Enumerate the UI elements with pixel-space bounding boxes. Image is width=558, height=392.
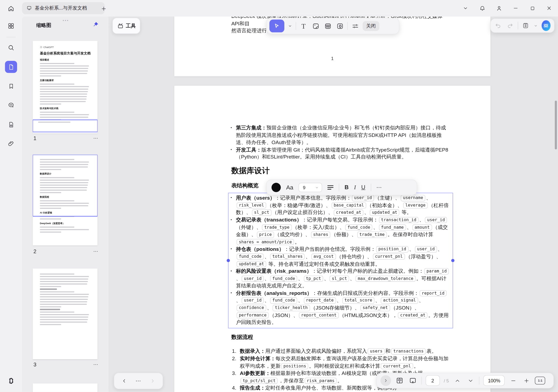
- select-tool-dropdown[interactable]: [287, 21, 293, 31]
- chevron-right-icon[interactable]: [150, 378, 155, 384]
- underline-button[interactable]: U: [361, 184, 365, 191]
- redo-button[interactable]: [506, 21, 514, 30]
- stamp-card-tool-button[interactable]: [335, 21, 345, 31]
- selected-text-block[interactable]: 用户表（users）：记录用户基本信息。字段示例：user_id（主键）、use…: [231, 194, 450, 326]
- thumb1-menu-button[interactable]: ⋯: [93, 135, 99, 141]
- current-page-input[interactable]: 2: [426, 375, 440, 386]
- zoom-out-button[interactable]: [509, 376, 518, 385]
- thumbnail-pager: ⋯: [114, 373, 163, 389]
- pager-more-button[interactable]: ⋯: [136, 378, 141, 384]
- thumbnail-panel: 缩略图 ChatGPT 基金分析系统项目方案与开发文档 项目概述 主要功能要求 …: [22, 16, 109, 392]
- list-item: 交易记录表（transactions）：记录用户每笔交易。字段示例：transa…: [231, 216, 450, 246]
- table-bullet-list: 用户表（users）：记录用户基本信息。字段示例：user_id（主键）、use…: [231, 194, 450, 326]
- toolbar-divider: [518, 22, 518, 29]
- plus-icon: [101, 6, 107, 12]
- thumb-text-lines: [40, 312, 90, 325]
- font-button[interactable]: Aa: [286, 184, 293, 191]
- thumb1-page-number: 1: [33, 135, 36, 141]
- collapse-toolbar-button[interactable]: [462, 5, 469, 11]
- account-button[interactable]: [496, 5, 502, 11]
- list-item: 1.数据录入：用户通过界面输入交易或风险偏好，系统写入users和transac…: [231, 348, 450, 355]
- list-item: 开发工具：版本管理使用 Git；代码风格前端遵循Airbnb或官方TypeScr…: [231, 146, 450, 161]
- thumb3-menu-button[interactable]: ⋯: [93, 361, 99, 367]
- vertical-scrollbar[interactable]: [555, 101, 557, 149]
- thumb2-menu-button[interactable]: ⋯: [93, 248, 99, 254]
- page-thumbnail-3[interactable]: [33, 268, 98, 359]
- sliders-icon: [351, 22, 359, 30]
- page2-content: 第三方集成：预留企业微信（企业微信应用/企业号）和飞书（钉钉类似内部应用）接口，…: [231, 124, 450, 392]
- sidebar-item-comments[interactable]: [5, 99, 17, 111]
- pin-panel-button[interactable]: [92, 21, 99, 29]
- minimize-button[interactable]: [512, 5, 519, 11]
- list-item: 2.实时持仓计算：每次交易后触发脚本，查询该用户该基金历史买卖记录，计算总持仓份…: [231, 355, 450, 370]
- save-button[interactable]: [522, 21, 530, 30]
- document-viewport[interactable]: DeepSeek 模块侧重技术指标计算，OpenAI模块进行基本面文本分析，Gr…: [109, 0, 558, 392]
- toolbar-divider: [421, 377, 422, 385]
- bold-button[interactable]: B: [344, 184, 348, 191]
- sidebar-item-export[interactable]: [5, 118, 17, 130]
- chevron-left-icon[interactable]: [121, 378, 127, 384]
- notifications-button[interactable]: [479, 5, 485, 11]
- zoom-level-input[interactable]: 100%: [484, 375, 505, 386]
- image-tool-button[interactable]: [311, 21, 320, 31]
- adjust-tool-button[interactable]: [351, 21, 360, 31]
- page-icon: [8, 64, 14, 70]
- thumb-text-lines: [40, 84, 90, 105]
- close-toolbar-button[interactable]: 关闭: [363, 21, 379, 31]
- card-stamp-icon: [336, 22, 344, 30]
- save-icon: [522, 22, 529, 29]
- text-tool-button[interactable]: T: [299, 21, 308, 31]
- thumb1-logo: ChatGPT: [40, 46, 90, 48]
- select-tool-button[interactable]: [269, 19, 284, 32]
- page-thumbnail-1[interactable]: ChatGPT 基金分析系统项目方案与开发文档 项目概述 主要功能要求 技术架构…: [33, 41, 98, 133]
- tools-button[interactable]: 工具: [112, 18, 140, 34]
- list-number: 4.: [232, 384, 236, 391]
- expand-toolbar-button[interactable]: [380, 375, 391, 386]
- thumb1-heading: 主要功能要求: [40, 79, 90, 82]
- sidebar-item-bookmarks[interactable]: [5, 80, 17, 92]
- maximize-button[interactable]: [529, 5, 536, 11]
- text-color-swatch[interactable]: [272, 183, 281, 192]
- app-logo-button[interactable]: [5, 375, 17, 387]
- page-thumbnail-4[interactable]: [33, 383, 98, 392]
- chevron-down-icon: [534, 24, 538, 28]
- sidebar-item-attachments[interactable]: [5, 138, 17, 150]
- sidebar-item-apps[interactable]: [5, 20, 17, 32]
- present-button[interactable]: [408, 376, 418, 385]
- page-total-label: / 5: [444, 378, 449, 383]
- panel-drag-handle-icon[interactable]: [63, 20, 68, 21]
- selection-handle-left[interactable]: [227, 259, 230, 262]
- close-window-button[interactable]: [546, 5, 552, 11]
- heading-database-design: 数据库设计: [231, 167, 450, 174]
- link-card-tool-button[interactable]: [323, 21, 332, 31]
- list-item: 持仓表（positions）：记录用户当前的持仓情况。字段示例：position…: [231, 246, 450, 267]
- zoom-in-button[interactable]: [522, 376, 531, 385]
- previous-page-button[interactable]: [453, 376, 462, 385]
- chevron-down-icon: [463, 5, 468, 11]
- sidebar-item-search[interactable]: [5, 42, 17, 54]
- toolbar-divider: [339, 184, 339, 191]
- thumb2-label-row: 2 ⋯: [33, 248, 99, 255]
- next-page-button[interactable]: [466, 376, 475, 385]
- save-dropdown[interactable]: [533, 21, 538, 30]
- align-button[interactable]: [328, 185, 334, 190]
- viewport-indicator[interactable]: [33, 155, 98, 217]
- viewport-indicator[interactable]: [33, 120, 98, 132]
- more-format-button[interactable]: ⋯: [376, 184, 382, 191]
- fit-actual-size-button[interactable]: 1:1: [535, 377, 545, 385]
- font-size-select[interactable]: 9: [299, 183, 322, 192]
- cursor-icon: [274, 23, 280, 29]
- sidebar-item-thumbnails[interactable]: [5, 61, 17, 73]
- search-icon: [7, 44, 15, 51]
- italic-button[interactable]: I: [354, 184, 356, 191]
- grid-icon: [7, 22, 15, 30]
- ai-assistant-button[interactable]: [541, 20, 550, 31]
- thumb-text-lines: [40, 227, 90, 233]
- home-button[interactable]: [6, 3, 16, 14]
- selection-handle-right[interactable]: [451, 259, 454, 262]
- reading-view-button[interactable]: [395, 376, 404, 385]
- new-tab-button[interactable]: [99, 4, 108, 13]
- undo-button[interactable]: [494, 21, 502, 30]
- document-tab[interactable]: 基金分析系...与开发文档: [22, 2, 105, 14]
- page-thumbnail-2[interactable]: 数据库设计 数据流程 AI 分析逻辑 DeepSeek（深度思考）: [33, 155, 98, 246]
